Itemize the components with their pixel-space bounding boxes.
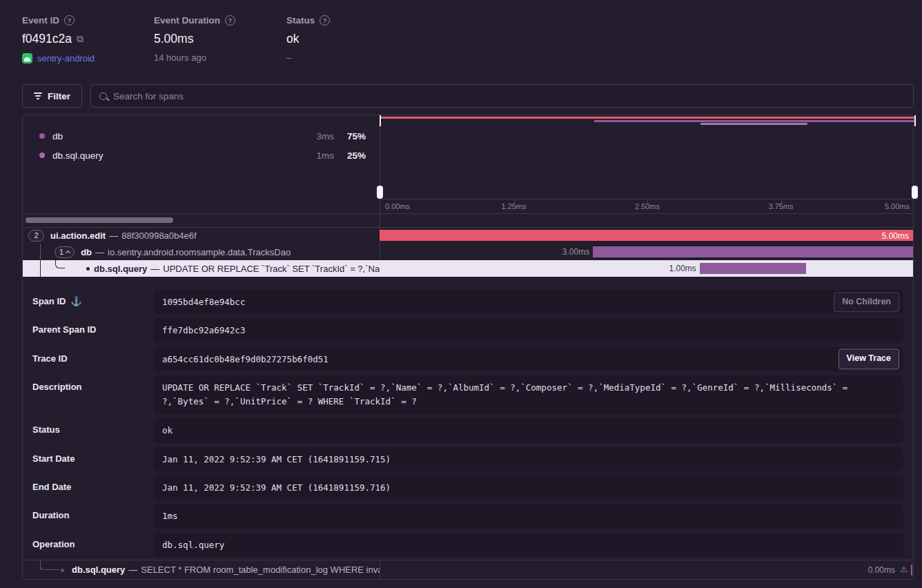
project-link[interactable]: sentry-android [37,53,95,63]
axis-tick-2: 2.50ms [635,202,660,210]
warning-icon: ⚠ [900,565,908,574]
trace-minimap[interactable] [380,115,914,199]
search-input[interactable] [113,91,905,101]
detail-row-status: Status ok [32,418,903,442]
detail-row-start-date: Start Date Jan 11, 2022 9:52:39 AM CET (… [32,447,903,471]
axis-tick-0: 0.00ms [385,202,410,210]
event-id-block: Event ID ? f0491c2a ⧉ sentry-android [22,15,95,63]
span-duration-label: 1.00ms [669,263,699,274]
axis-tick-3: 3.75ms [768,202,793,210]
tree-node-dot [61,569,64,572]
op-percent: 75% [334,131,366,141]
op-color-dot [39,133,45,139]
tree-elbow-connector [55,260,65,268]
help-icon[interactable]: ? [320,15,330,26]
help-icon[interactable]: ? [225,15,235,26]
minimap-span-db-sql-query [700,123,807,125]
span-duration-label: 0.00ms [868,565,895,575]
span-bar: 5.00ms [380,230,913,241]
ops-breakdown-row-db[interactable]: db 3ms 75% [23,126,380,146]
search-icon [99,92,107,100]
event-duration-value: 5.00ms [154,32,235,46]
op-color-dot [39,153,45,158]
event-age: 14 hours ago [154,52,235,63]
android-platform-icon [22,53,32,63]
span-duration-label: 3.00ms [562,246,593,257]
filter-button[interactable]: Filter [22,84,82,108]
span-duration-label: 5.00ms [882,231,909,241]
span-id-value: 1095bd4ef8e94bcc No Children [154,290,903,314]
ops-breakdown: db 3ms 75% db.sql.query 1ms 25% [23,115,380,213]
detail-row-operation: Operation db.sql.query [32,533,903,557]
search-box[interactable] [90,84,914,108]
detail-row-span-id: Span ID⚓ 1095bd4ef8e94bcc No Children [32,290,903,314]
time-axis: 0.00ms 1.25ms 2.50ms 3.75ms 5.00ms [380,200,914,213]
span-row-ui-action-edit[interactable]: 2 ui.action.edit — 88f300998a0b4e6f 5.00… [23,227,913,244]
column-divider [380,560,380,579]
view-trace-button[interactable]: View Trace [838,349,899,369]
op-duration: 3ms [293,131,334,141]
minimap-span-db [594,120,914,122]
no-children-button: No Children [834,292,899,312]
anchor-icon[interactable]: ⚓ [70,296,81,306]
span-tree: 2 ui.action.edit — 88f300998a0b4e6f 5.00… [23,227,913,277]
status-label: Status ? [286,15,330,26]
status-block: Status ? ok – [286,15,330,63]
tree-scrollbar [23,213,380,227]
tree-scrollbar-thumb[interactable] [26,217,173,223]
op-duration: 1ms [293,150,334,161]
axis-tick-4: 5.00ms [885,202,910,210]
toolbar: Filter [22,84,914,108]
tree-connector [40,260,41,277]
help-icon[interactable]: ? [64,15,75,26]
parent-span-id-value: ffe7dbc92a6942c3 [154,318,903,342]
ops-breakdown-row-db-sql-query[interactable]: db.sql.query 1ms 25% [23,146,380,165]
span-bar [593,246,913,257]
op-percent: 25% [334,150,366,161]
description-value: UPDATE OR REPLACE `Track` SET `TrackId` … [154,375,903,414]
trace-id-value: a654cc61dc0b48ef9d0b27275b6f0d51 View Tr… [154,347,903,371]
span-row-db-sql-query-selected[interactable]: db.sql.query — UPDATE OR REPLACE `Track`… [23,260,913,277]
minimap-left-handle[interactable] [377,115,383,199]
status-secondary: – [286,52,330,63]
axis-tick-1: 1.25ms [501,202,526,210]
operation-value: db.sql.query [154,533,903,557]
span-row-db-sql-query-select[interactable]: db.sql.query — SELECT * FROM room_table_… [23,560,913,579]
span-bar [700,263,807,274]
status-field-value: ok [154,418,903,442]
event-duration-label: Event Duration ? [154,15,235,26]
detail-row-end-date: End Date Jan 11, 2022 9:52:39 AM CET (16… [32,476,903,500]
event-id-label: Event ID ? [22,15,95,26]
event-duration-block: Event Duration ? 5.00ms 14 hours ago [154,15,235,63]
tree-node-dot [86,267,90,271]
filter-icon [34,92,42,99]
detail-row-trace-id: Trace ID a654cc61dc0b48ef9d0b27275b6f0d5… [32,347,903,371]
collapse-badge[interactable]: 1 [55,246,75,258]
minimap-span-ui-action-edit [380,117,914,119]
event-id-value: f0491c2a [22,32,72,46]
trace-panel: db 3ms 75% db.sql.query 1ms 25% 0.00ms 1… [22,115,914,580]
status-value: ok [286,32,330,46]
detail-row-description: Description UPDATE OR REPLACE `Track` SE… [32,375,903,414]
detail-row-duration: Duration 1ms [32,504,903,528]
minimap-right-handle[interactable] [912,115,918,199]
span-details: Span ID⚓ 1095bd4ef8e94bcc No Children Pa… [23,277,913,561]
chevron-up-icon [66,250,70,255]
copy-icon[interactable]: ⧉ [77,33,84,45]
zero-duration-span-bar [911,565,913,576]
tree-connector [40,244,41,260]
span-row-db[interactable]: 1 db — io.sentry.android.roomsample.data… [23,244,913,260]
start-date-value: Jan 11, 2022 9:52:39 AM CET (1641891159.… [154,447,903,471]
children-count-badge[interactable]: 2 [28,230,44,242]
detail-row-parent-span-id: Parent Span ID ffe7dbc92a6942c3 [32,318,903,342]
span-detail-page: Event ID ? f0491c2a ⧉ sentry-android Eve… [0,0,922,588]
duration-value: 1ms [154,504,903,528]
tree-elbow-connector [40,560,59,570]
end-date-value: Jan 11, 2022 9:52:39 AM CET (1641891159.… [154,476,903,500]
